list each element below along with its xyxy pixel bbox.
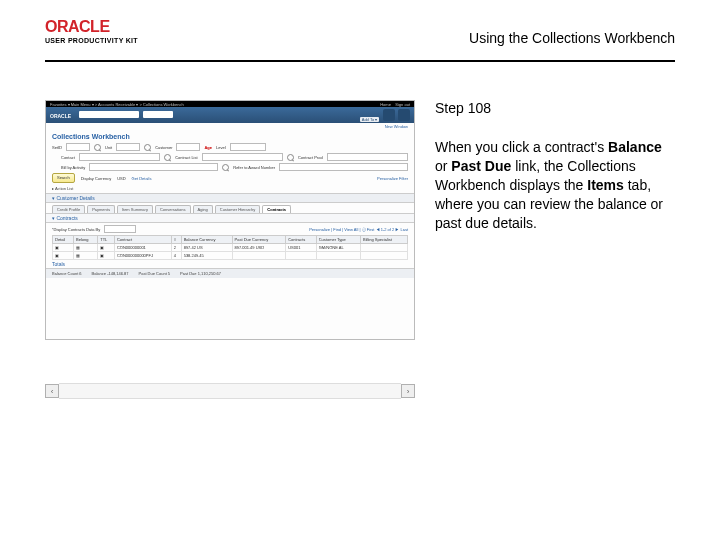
contractprod-label: Contract Prod	[298, 155, 323, 160]
notification-icon	[383, 109, 395, 121]
lookup-icon	[222, 164, 229, 171]
col-ttl: TTL	[98, 236, 115, 244]
display-by-label: *Display Contracts Data By	[52, 227, 100, 232]
personalize-filter-link: Personalize Filter	[377, 176, 408, 181]
col-contracts: Contracts	[286, 236, 317, 244]
tab-items: Item Summary	[117, 205, 153, 213]
grid-nav: Personalize | Find | View All | ⓘ First …	[309, 227, 408, 232]
instructions-text: When you click a contract's Balance or P…	[435, 138, 675, 232]
lookup-icon	[94, 144, 101, 151]
referap-label: Refer to Award Number	[233, 165, 275, 170]
level-input	[230, 143, 266, 151]
totals-link: Totals	[46, 260, 414, 268]
contractlist-input	[202, 153, 283, 161]
oracle-subtitle: USER PRODUCTIVITY KIT	[45, 37, 138, 44]
unit-label: Unit	[105, 145, 112, 150]
billby-input	[89, 163, 218, 171]
page-title: Using the Collections Workbench	[469, 30, 675, 46]
col-contract: Contract	[114, 236, 171, 244]
tab-credit: Credit Profile	[52, 205, 85, 213]
home-link: Home	[380, 102, 391, 107]
workbench-title: Collections Workbench	[46, 130, 414, 142]
table-row: ▣ ▦ ▣ CON000000001 2 897.42 US 897.001.4…	[53, 244, 408, 252]
get-details-link: Get Details	[132, 176, 152, 181]
scroll-track[interactable]	[59, 383, 401, 399]
header: ORACLE USER PRODUCTIVITY KIT Using the C…	[45, 18, 675, 62]
tab-hierarchy: Customer Hierarchy	[215, 205, 261, 213]
balance-count: Balance Count 6	[52, 271, 82, 276]
signout-link: Sign out	[395, 102, 410, 107]
contact-label: Contact	[61, 155, 75, 160]
step-label: Step 108	[435, 100, 675, 116]
referap-input	[279, 163, 408, 171]
customer-input	[176, 143, 200, 151]
app-navbar: ORACLE Add To ▾	[46, 107, 414, 123]
col-detail: Detail	[53, 236, 74, 244]
tab-conversations: Conversations	[155, 205, 191, 213]
contact-input	[79, 153, 160, 161]
navbar-icon	[398, 109, 410, 121]
col-billing: Billing Specialist	[361, 236, 408, 244]
logo-block: ORACLE USER PRODUCTIVITY KIT	[45, 18, 138, 44]
col-belong: Belong	[74, 236, 98, 244]
customer-label: Customer	[155, 145, 172, 150]
scroll-left-button[interactable]: ‹	[45, 384, 59, 398]
oracle-logo: ORACLE	[45, 18, 138, 36]
section-title: Customer Details	[56, 195, 94, 201]
tabs-row: Credit Profile Payments Item Summary Con…	[46, 203, 414, 213]
search-input	[143, 111, 173, 118]
setid-label: SetID	[52, 145, 62, 150]
app-logo: ORACLE	[50, 113, 71, 119]
pastdue-count: Past Due Count 5	[139, 271, 171, 276]
scroll-right-button[interactable]: ›	[401, 384, 415, 398]
col-pastdue: Past Due Currency	[232, 236, 286, 244]
totals-bar: Balance Count 6 Balance -148,146.87 Past…	[46, 268, 414, 278]
addto-pill: Add To ▾	[360, 117, 380, 122]
horizontal-scrollbar[interactable]: ‹ ›	[45, 384, 415, 398]
col-num: #	[171, 236, 181, 244]
tab-payments: Payments	[87, 205, 115, 213]
billby-label: Bill by Activity	[61, 165, 85, 170]
col-balance: Balance Currency	[181, 236, 232, 244]
balance-total: Balance -148,146.87	[92, 271, 129, 276]
new-window-link: New Window	[46, 123, 414, 130]
tab-aging: Aging	[193, 205, 213, 213]
contractprod-input	[327, 153, 408, 161]
pastdue-total: Past Due 1,110,250.67	[180, 271, 221, 276]
display-currency-label: Display Currency	[81, 176, 111, 181]
contracts-table: Detail Belong TTL Contract # Balance Cur…	[52, 235, 408, 260]
app-screenshot: Favorites ▾ Main Menu ▾ > Accounts Recei…	[45, 100, 415, 340]
age-link: Age	[204, 145, 212, 150]
tab-contracts: Contracts	[262, 205, 291, 213]
breadcrumb-path: Favorites ▾ Main Menu ▾ > Accounts Recei…	[50, 102, 184, 107]
setid-input	[66, 143, 90, 151]
display-by-input	[104, 225, 136, 233]
lookup-icon	[287, 154, 294, 161]
lookup-icon	[144, 144, 151, 151]
table-row: ▣ ▦ ▣ CON000000000PFJ 4 538.249.45	[53, 252, 408, 260]
contractlist-label: Contract List	[175, 155, 197, 160]
search-button: Search	[52, 173, 75, 183]
unit-input	[116, 143, 140, 151]
level-label: Level	[216, 145, 226, 150]
lookup-icon	[164, 154, 171, 161]
display-currency-value: USD	[117, 176, 125, 181]
search-select	[79, 111, 139, 118]
col-custtype: Customer Type	[316, 236, 360, 244]
customer-details-section: ▾ Customer Details	[46, 193, 414, 203]
